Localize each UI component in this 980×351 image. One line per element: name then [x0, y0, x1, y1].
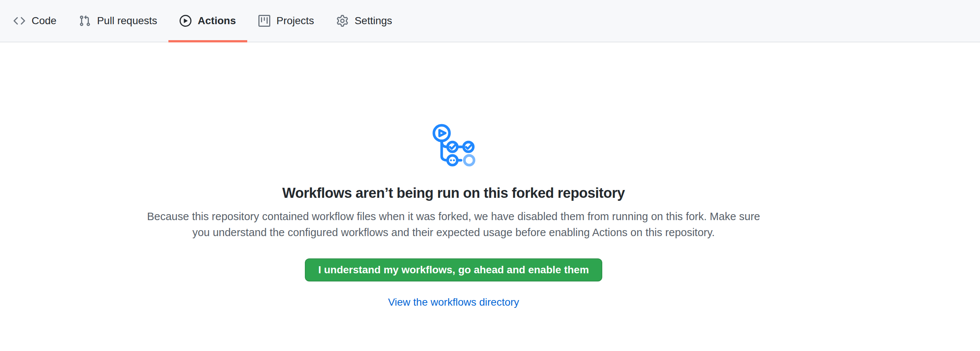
repo-nav: Code Pull requests Actions Projects Sett… [0, 0, 980, 42]
tab-code-label: Code [32, 16, 57, 26]
project-icon [258, 15, 270, 27]
empty-state-description: Because this repository contained workfl… [147, 209, 760, 241]
empty-state-title: Workflows aren’t being run on this forke… [282, 185, 625, 201]
git-pull-request-icon [79, 15, 91, 27]
tab-settings-label: Settings [355, 16, 392, 26]
tab-actions[interactable]: Actions [169, 0, 247, 42]
play-icon [180, 15, 191, 27]
code-icon [13, 15, 25, 27]
tab-pull-requests[interactable]: Pull requests [68, 0, 169, 42]
tab-projects[interactable]: Projects [247, 0, 325, 42]
gear-icon [336, 15, 348, 27]
actions-empty-state: Workflows aren’t being run on this forke… [0, 42, 907, 308]
tab-settings[interactable]: Settings [325, 0, 403, 42]
tab-code[interactable]: Code [2, 0, 68, 42]
workflow-graph-icon [430, 122, 477, 169]
enable-workflows-button[interactable]: I understand my workflows, go ahead and … [305, 259, 602, 281]
tab-actions-label: Actions [198, 16, 236, 26]
view-workflows-directory-link[interactable]: View the workflows directory [388, 296, 519, 308]
tab-projects-label: Projects [277, 16, 314, 26]
tab-pull-requests-label: Pull requests [97, 16, 157, 26]
